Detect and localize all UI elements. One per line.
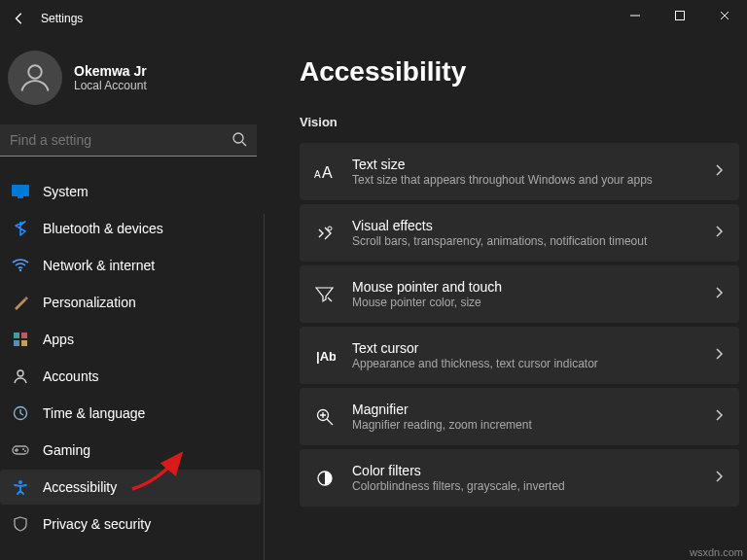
svg-text:A: A: [314, 169, 321, 180]
card-title: Magnifier: [352, 402, 698, 417]
search-icon: [231, 131, 247, 151]
page-title: Accessibility: [300, 56, 739, 88]
sidebar-divider: [264, 214, 265, 560]
svg-point-17: [18, 480, 22, 484]
svg-line-23: [327, 419, 333, 425]
content-pane: Accessibility Vision AAText sizeText siz…: [265, 37, 747, 560]
personalization-icon: [12, 294, 29, 311]
sidebar-item-label: Apps: [43, 332, 74, 347]
network-icon: [12, 257, 29, 274]
sidebar-item-apps[interactable]: Apps: [0, 322, 261, 357]
sidebar-item-gaming[interactable]: Gaming: [0, 433, 261, 468]
card-visual-effects[interactable]: Visual effectsScroll bars, transparency,…: [300, 204, 739, 262]
sidebar-item-time[interactable]: Time & language: [0, 396, 261, 431]
card-sub: Mouse pointer color, size: [352, 296, 698, 309]
privacy-icon: [12, 515, 29, 533]
card-list: AAText sizeText size that appears throug…: [300, 143, 739, 507]
card-title: Text size: [352, 157, 698, 172]
card-icon: |Ab: [313, 344, 337, 368]
minimize-button[interactable]: [613, 0, 658, 31]
card-sub: Magnifier reading, zoom increment: [352, 418, 698, 432]
card-icon: AA: [313, 160, 337, 184]
svg-rect-5: [12, 185, 29, 196]
watermark: wsxdn.com: [690, 546, 743, 558]
svg-line-4: [242, 142, 246, 146]
card-icon: [313, 222, 337, 245]
svg-text:|Ab: |Ab: [316, 349, 336, 364]
profile[interactable]: Okemwa Jr Local Account: [0, 37, 263, 124]
card-title: Visual effects: [352, 218, 698, 233]
svg-point-7: [19, 269, 21, 271]
card-sub: Scroll bars, transparency, animations, n…: [352, 234, 698, 248]
sidebar-item-label: System: [43, 184, 89, 199]
card-title: Color filters: [352, 463, 698, 478]
accounts-icon: [12, 368, 29, 385]
sidebar-item-label: Personalization: [43, 295, 136, 310]
card-sub: Text size that appears throughout Window…: [352, 173, 698, 187]
gaming-icon: [12, 441, 29, 459]
card-icon: [313, 283, 337, 306]
sidebar-item-system[interactable]: System: [0, 174, 261, 209]
svg-text:A: A: [322, 164, 333, 181]
sidebar-item-label: Gaming: [43, 442, 90, 458]
svg-point-16: [24, 450, 26, 452]
back-icon[interactable]: [12, 11, 27, 26]
sidebar-item-label: Accounts: [43, 368, 99, 384]
svg-rect-10: [14, 340, 19, 346]
svg-point-2: [28, 65, 42, 79]
chevron-right-icon: [714, 163, 724, 181]
sidebar-item-bluetooth[interactable]: Bluetooth & devices: [0, 211, 261, 246]
card-icon: [313, 467, 337, 490]
card-sub: Appearance and thickness, text cursor in…: [352, 357, 698, 370]
time-icon: [12, 404, 29, 422]
svg-rect-8: [14, 332, 19, 338]
avatar: [8, 51, 62, 105]
sidebar-item-label: Time & language: [43, 405, 145, 421]
close-button[interactable]: [702, 0, 747, 31]
accessibility-icon: [12, 478, 29, 496]
app-title: Settings: [41, 12, 83, 25]
svg-point-20: [328, 227, 332, 230]
maximize-button[interactable]: [658, 0, 702, 31]
svg-point-15: [22, 448, 24, 450]
card-sub: Colorblindness filters, grayscale, inver…: [352, 479, 698, 493]
card-title: Mouse pointer and touch: [352, 279, 698, 295]
titlebar: Settings: [0, 0, 747, 37]
search-box[interactable]: [0, 124, 257, 157]
chevron-right-icon: [714, 470, 724, 487]
apps-icon: [12, 331, 29, 348]
sidebar-item-personalization[interactable]: Personalization: [0, 285, 261, 320]
sidebar-item-label: Accessibility: [43, 479, 117, 495]
chevron-right-icon: [714, 408, 724, 426]
card-title: Text cursor: [352, 340, 698, 356]
sidebar: Okemwa Jr Local Account SystemBluetooth …: [0, 37, 265, 560]
bluetooth-icon: [12, 220, 29, 237]
sidebar-item-label: Bluetooth & devices: [43, 221, 163, 236]
sidebar-item-accounts[interactable]: Accounts: [0, 359, 261, 394]
chevron-right-icon: [714, 347, 724, 365]
chevron-right-icon: [714, 225, 724, 242]
sidebar-item-label: Network & internet: [43, 258, 155, 273]
sidebar-item-label: Privacy & security: [43, 516, 151, 532]
svg-point-12: [18, 370, 23, 376]
card-text-size[interactable]: AAText sizeText size that appears throug…: [300, 143, 739, 200]
system-icon: [12, 183, 29, 200]
window-controls: [613, 0, 747, 31]
search-input[interactable]: [0, 124, 257, 157]
sidebar-item-privacy[interactable]: Privacy & security: [0, 507, 261, 542]
profile-sub: Local Account: [74, 79, 147, 92]
card-text-cursor[interactable]: |AbText cursorAppearance and thickness, …: [300, 327, 739, 384]
svg-point-3: [233, 133, 243, 143]
sidebar-item-network[interactable]: Network & internet: [0, 248, 261, 283]
card-icon: [313, 405, 337, 429]
svg-rect-9: [21, 332, 27, 338]
card-magnifier[interactable]: MagnifierMagnifier reading, zoom increme…: [300, 388, 739, 445]
svg-rect-11: [21, 340, 27, 346]
card-mouse-pointer-and-touch[interactable]: Mouse pointer and touchMouse pointer col…: [300, 265, 739, 323]
profile-name: Okemwa Jr: [74, 63, 147, 79]
svg-rect-1: [676, 12, 685, 20]
svg-rect-6: [18, 196, 23, 198]
sidebar-item-accessibility[interactable]: Accessibility: [0, 470, 261, 505]
card-color-filters[interactable]: Color filtersColorblindness filters, gra…: [300, 449, 739, 507]
section-header: Vision: [300, 115, 739, 129]
